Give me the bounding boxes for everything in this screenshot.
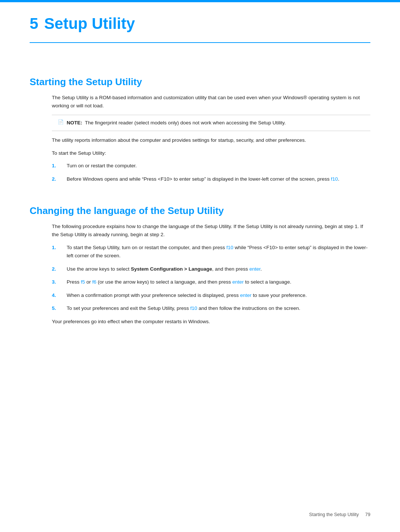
chapter-header: 5 Setup Utility	[0, 0, 400, 43]
c-step-2-link: enter	[249, 266, 260, 272]
section-changing: Changing the language of the Setup Utili…	[30, 205, 370, 325]
c-step-2-bold: System Configuration > Language	[131, 266, 212, 272]
list-item: 5. To set your preferences and exit the …	[59, 304, 370, 312]
section-title-changing: Changing the language of the Setup Utili…	[30, 205, 370, 217]
c-step-4-link1: enter	[240, 292, 251, 298]
body-text-1: The Setup Utility is a ROM-based informa…	[30, 94, 370, 110]
list-item: 1. To start the Setup Utility, turn on o…	[59, 244, 370, 260]
c-step-4-before: When a confirmation prompt with your pre…	[67, 292, 240, 298]
steps-list-starting: 1. Turn on or restart the computer. 2. B…	[30, 162, 370, 183]
c-step-5-link1: f10	[190, 305, 197, 311]
step-2-after: .	[338, 176, 339, 182]
body-text-2: The utility reports information about th…	[30, 136, 370, 144]
note-content: NOTE: The fingerprint reader (select mod…	[67, 119, 286, 127]
c-step-5-after: and then follow the instructions on the …	[197, 305, 300, 311]
c-step-3-mid1: or	[85, 279, 93, 285]
list-item: 2. Before Windows opens and while “Press…	[59, 175, 370, 183]
step-2-before: Before Windows opens and while “Press <F…	[67, 176, 331, 182]
chapter-heading-row: 5 Setup Utility	[30, 15, 370, 43]
note-label: NOTE:	[67, 120, 82, 126]
chapter-number: 5	[30, 15, 38, 33]
c-step-1-before: To start the Setup Utility, turn on or r…	[67, 245, 226, 250]
list-item: 2. Use the arrow keys to select System C…	[59, 265, 370, 273]
c-step-2-middle: , and then press	[212, 266, 250, 272]
c-step-2-after: .	[260, 266, 262, 272]
c-step-3-link3: enter	[232, 279, 244, 285]
steps-list-changing: 1. To start the Setup Utility, turn on o…	[30, 244, 370, 312]
note-box: 📄 NOTE: The fingerprint reader (select m…	[52, 115, 370, 131]
step-1-text: Turn on or restart the computer.	[67, 163, 137, 168]
note-icon: 📄	[58, 119, 64, 125]
list-item: 4. When a confirmation prompt with your …	[59, 291, 370, 300]
list-number-c4: 4.	[52, 291, 56, 300]
step-2-link: f10	[331, 176, 338, 182]
c-step-3-link1: f5	[81, 279, 85, 285]
footer-page-number: 79	[365, 512, 370, 517]
c-step-2-before: Use the arrow keys to select	[67, 266, 131, 272]
list-number-2: 2.	[52, 175, 56, 183]
note-text-content: The fingerprint reader (select models on…	[85, 120, 286, 126]
list-number-c5: 5.	[52, 304, 56, 312]
changing-footer-text: Your preferences go into effect when the…	[30, 318, 370, 326]
to-start-text: To start the Setup Utility:	[30, 149, 370, 157]
c-step-3-mid2: (or use the arrow keys) to select a lang…	[96, 279, 232, 285]
c-step-5-before: To set your preferences and exit the Set…	[67, 305, 190, 311]
c-step-3-after: to select a language.	[244, 279, 291, 285]
list-number-c2: 2.	[52, 265, 56, 273]
c-step-3-before: Press	[67, 279, 81, 285]
footer-spacer	[360, 512, 364, 517]
section-title-starting: Starting the Setup Utility	[30, 76, 370, 88]
list-item: 3. Press f5 or f6 (or use the arrow keys…	[59, 278, 370, 286]
list-number-c1: 1.	[52, 244, 56, 252]
page: 5 Setup Utility Starting the Setup Utili…	[0, 0, 400, 532]
list-number-c3: 3.	[52, 278, 56, 286]
list-number-1: 1.	[52, 162, 56, 170]
c-step-3-link2: f6	[92, 279, 96, 285]
changing-body1: The following procedure explains how to …	[30, 222, 370, 238]
page-footer: Starting the Setup Utility 79	[309, 512, 370, 517]
footer-section-title: Starting the Setup Utility	[309, 512, 359, 517]
list-item: 1. Turn on or restart the computer.	[59, 162, 370, 170]
section-starting: Starting the Setup Utility The Setup Uti…	[30, 76, 370, 183]
top-border-decoration	[0, 0, 400, 2]
chapter-title: Setup Utility	[44, 15, 370, 36]
content-area: Starting the Setup Utility The Setup Uti…	[0, 43, 400, 361]
c-step-4-after: to save your preference.	[251, 292, 307, 298]
c-step-1-link1: f10	[226, 245, 233, 250]
